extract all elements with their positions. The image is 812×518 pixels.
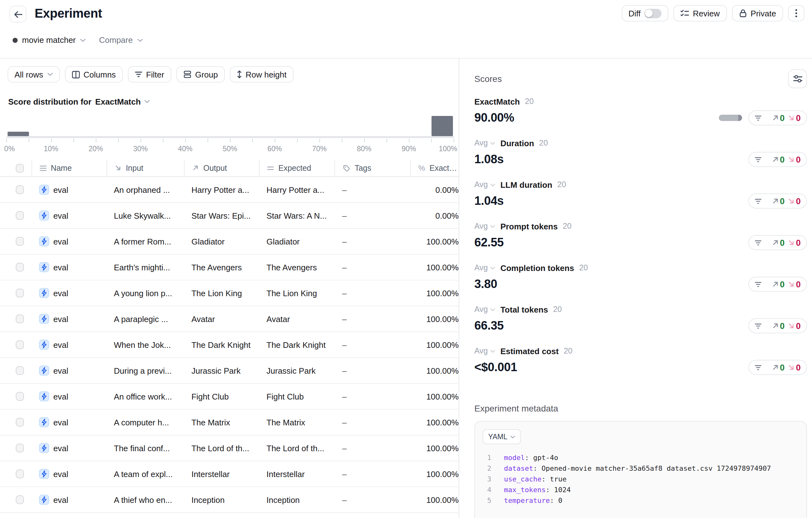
- metric-agg[interactable]: Avg: [474, 263, 495, 272]
- row-checkbox[interactable]: [16, 185, 24, 194]
- row-score: 100.00%: [410, 262, 459, 272]
- column-header-input[interactable]: Input: [106, 160, 184, 176]
- line-number: 2: [483, 463, 491, 474]
- metric-filter-pill[interactable]: 0 0: [748, 360, 807, 375]
- table-row[interactable]: eval The final conf... The Lord of th...…: [0, 435, 459, 461]
- diff-toggle-button[interactable]: Diff: [621, 5, 668, 22]
- row-name-cell: eval: [31, 314, 106, 324]
- table-row[interactable]: eval A former Rom... Gladiator Gladiator…: [0, 229, 459, 255]
- column-header-exactmatch[interactable]: % ExactMatch: [410, 160, 459, 176]
- row-output: The Matrix: [184, 418, 259, 427]
- table-row[interactable]: eval When the Jok... The Dark Knight The…: [0, 332, 459, 358]
- row-expected: Fight Club: [259, 392, 335, 401]
- row-checkbox[interactable]: [16, 314, 24, 323]
- rows-filter-button[interactable]: All rows: [7, 66, 60, 83]
- row-checkbox[interactable]: [16, 444, 24, 453]
- row-checkbox[interactable]: [16, 392, 24, 401]
- metadata-code-box: YAML 1 model: gpt-4o 2 dataset: Opened-m…: [474, 421, 807, 518]
- arrow-down-right-icon: [114, 165, 121, 171]
- row-checkbox[interactable]: [16, 366, 24, 375]
- score-histogram: 0%10%20%30%40%50%60%70%80%90%100%: [6, 114, 454, 156]
- metadata-format-selector[interactable]: YAML: [483, 429, 521, 444]
- back-button[interactable]: [9, 6, 26, 23]
- column-header-name[interactable]: Name: [31, 160, 106, 176]
- row-checkbox[interactable]: [16, 211, 24, 220]
- diff-toggle-switch[interactable]: [644, 8, 662, 18]
- score-distribution-selector[interactable]: Score distribution for ExactMatch: [8, 96, 459, 107]
- chevron-down-icon: [511, 435, 516, 438]
- more-menu-button[interactable]: [788, 5, 805, 22]
- chevron-down-icon[interactable]: [137, 38, 143, 42]
- row-name: eval: [53, 211, 68, 220]
- filter-icon: [755, 156, 762, 162]
- row-name: eval: [53, 366, 68, 375]
- table-row[interactable]: eval A paraplegic ... Avatar Avatar – 10…: [0, 306, 459, 332]
- select-all-checkbox[interactable]: [16, 164, 24, 172]
- row-output: The Lion King: [184, 288, 259, 298]
- axis-label: 80%: [357, 145, 371, 152]
- table-row[interactable]: eval A thief who en... Inception Incepti…: [0, 487, 459, 513]
- row-score: 100.00%: [410, 443, 459, 453]
- table-row[interactable]: eval An orphaned ... Harry Potter a... H…: [0, 177, 459, 203]
- distribution-score-name: ExactMatch: [95, 97, 141, 106]
- row-name: eval: [53, 495, 68, 505]
- metric-filter-pill[interactable]: 0 0: [748, 194, 807, 209]
- rows-filter-label: All rows: [14, 69, 43, 79]
- row-score: 100.00%: [410, 495, 459, 505]
- row-checkbox[interactable]: [16, 263, 24, 271]
- metric-agg[interactable]: Avg: [474, 180, 495, 189]
- row-checkbox[interactable]: [16, 289, 24, 297]
- row-score: 100.00%: [410, 392, 459, 401]
- row-checkbox[interactable]: [16, 418, 24, 427]
- metric-agg[interactable]: Avg: [474, 139, 495, 147]
- column-header-tags[interactable]: Tags: [335, 160, 410, 176]
- table-row[interactable]: eval Earth's mighti... The Avengers The …: [0, 255, 459, 281]
- metric-progress-bar: [719, 115, 742, 121]
- private-button[interactable]: Private: [732, 5, 783, 22]
- metric-value: 1.04s: [474, 194, 504, 208]
- row-height-button[interactable]: Row height: [230, 66, 294, 83]
- table-toolbar: All rows Columns Filter: [7, 66, 459, 83]
- regressions-arrow-icon: [788, 156, 795, 163]
- metric-name: Total tokens: [500, 305, 548, 314]
- metric-agg[interactable]: Avg: [474, 305, 495, 314]
- table-row[interactable]: eval During a previ... Jurassic Park Jur…: [0, 358, 459, 384]
- metric-count: 20: [557, 180, 566, 189]
- review-button[interactable]: Review: [673, 5, 727, 22]
- column-label: Expected: [279, 164, 311, 172]
- metric-filter-pill[interactable]: 0 0: [748, 110, 807, 125]
- group-button[interactable]: Group: [176, 66, 225, 83]
- table-row[interactable]: eval A computer h... The Matrix The Matr…: [0, 410, 459, 435]
- score-metric: Avg Total tokens 20 66.35: [474, 305, 812, 334]
- chevron-down-icon[interactable]: [80, 38, 86, 42]
- improvements-arrow-icon: [772, 198, 779, 204]
- improvements-count: 0: [780, 196, 785, 206]
- table-row[interactable]: eval A team of expl... Interstellar Inte…: [0, 461, 459, 487]
- row-tags: –: [335, 366, 410, 375]
- column-header-expected[interactable]: Expected: [259, 160, 335, 176]
- metric-agg[interactable]: Avg: [474, 222, 495, 231]
- table-row[interactable]: eval An office work... Fight Club Fight …: [0, 384, 459, 410]
- format-label: YAML: [488, 433, 508, 440]
- filter-icon: [135, 71, 142, 78]
- row-checkbox[interactable]: [16, 469, 24, 478]
- metric-filter-pill[interactable]: 0 0: [748, 152, 807, 167]
- axis-label: 70%: [312, 145, 327, 152]
- column-header-output[interactable]: Output: [184, 160, 259, 176]
- table-row[interactable]: eval A young lion p... The Lion King The…: [0, 281, 459, 306]
- columns-button[interactable]: Columns: [64, 66, 123, 83]
- row-checkbox[interactable]: [16, 237, 24, 246]
- filter-button[interactable]: Filter: [128, 66, 171, 83]
- row-checkbox[interactable]: [16, 340, 24, 349]
- compare-selector[interactable]: Compare: [99, 35, 133, 45]
- metric-filter-pill[interactable]: 0 0: [748, 318, 807, 333]
- row-output: Jurassic Park: [184, 366, 259, 375]
- scores-settings-button[interactable]: [788, 69, 807, 88]
- metric-filter-pill[interactable]: 0 0: [748, 235, 807, 250]
- metric-agg[interactable]: Avg: [474, 347, 495, 355]
- experiment-selector[interactable]: movie matcher: [22, 35, 76, 45]
- metric-filter-pill[interactable]: 0 0: [748, 277, 807, 292]
- regressions-arrow-icon: [788, 239, 795, 246]
- row-checkbox[interactable]: [16, 495, 24, 504]
- table-row[interactable]: eval Luke Skywalk... Star Wars: Epi... S…: [0, 203, 459, 229]
